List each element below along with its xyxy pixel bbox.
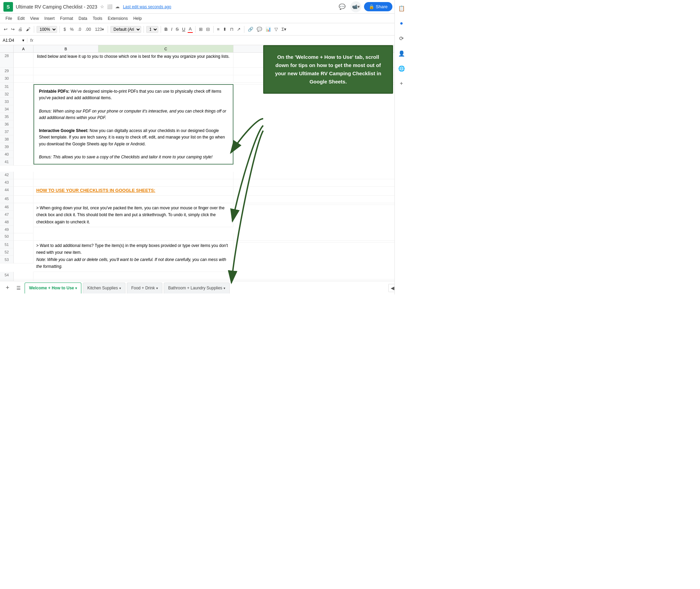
tab-food-arrow[interactable]: ▾: [156, 286, 158, 290]
menu-bar: File Edit View Insert Format Data Tools …: [0, 14, 408, 23]
text-color-button[interactable]: A: [188, 26, 193, 33]
drive-icon[interactable]: ⬜: [106, 3, 113, 10]
merge-button[interactable]: ⊟: [205, 26, 211, 32]
table-row: 51 52 53 > Want to add additional items?…: [0, 241, 408, 272]
tab-food[interactable]: Food + Drink ▾: [127, 283, 162, 293]
title-bar: S Ultimate RV Camping Checklist - 2023 ☆…: [0, 0, 408, 14]
row-number: 28: [0, 53, 14, 68]
table-row: 50: [0, 233, 408, 241]
underline-button[interactable]: U: [181, 26, 186, 32]
decimal-decrease[interactable]: .0: [76, 26, 82, 32]
info-box: Printable PDFs: We've designed simple-to…: [33, 84, 233, 165]
percent-button[interactable]: %: [69, 26, 75, 32]
document-title: Ultimate RV Camping Checklist - 2023: [16, 4, 97, 10]
menu-insert[interactable]: Insert: [42, 15, 57, 22]
fx-label: fx: [30, 38, 33, 43]
menu-extensions[interactable]: Extensions: [105, 15, 131, 22]
currency-button[interactable]: $: [62, 26, 67, 32]
cell-reference-bar: A1:D4 ▾ fx: [0, 36, 408, 45]
cloud-icon[interactable]: ☁: [115, 3, 120, 10]
tab-kitchen-arrow[interactable]: ▾: [119, 286, 121, 290]
link-button[interactable]: 🔗: [247, 26, 254, 32]
cell-ref-dropdown[interactable]: ▾: [22, 38, 24, 43]
title-icons: ☆ ⬜ ☁: [99, 3, 120, 10]
how-to-p1: > When going down your list, once you've…: [33, 203, 233, 227]
tab-welcome[interactable]: Welcome + How to Use ▾: [25, 283, 81, 293]
zoom-select[interactable]: 100%: [37, 26, 57, 33]
how-to-p2-note: > Want to add additional items? Type the…: [33, 241, 233, 272]
table-row: 31 32 33 34 35 36 37 38 39 40 41 Pr: [0, 83, 408, 172]
callout-container: On the 'Welcome + How to Use' tab, scrol…: [263, 45, 393, 94]
menu-view[interactable]: View: [27, 15, 42, 22]
font-select[interactable]: Default (Ari...): [110, 26, 141, 33]
toolbar: ↩ ↪ 🖨 🖌 100% $ % .0 .00 123▾ Default (Ar…: [0, 23, 408, 36]
table-row: 42: [0, 172, 408, 179]
font-size-select[interactable]: 10: [146, 26, 158, 33]
sidebar-maps-icon[interactable]: 🌐: [396, 63, 407, 74]
italic-button[interactable]: I: [170, 26, 173, 32]
menu-format[interactable]: Format: [57, 15, 76, 22]
meet-button[interactable]: 📹▾: [350, 1, 361, 12]
col-header-b: B: [33, 45, 98, 52]
strikethrough-button[interactable]: S: [175, 26, 180, 32]
tab-bathroom[interactable]: Bathroom + Laundry Supplies ▾: [164, 283, 230, 293]
right-sidebar: 📋 ● ⟳ 👤 🌐 +: [394, 45, 408, 281]
menu-data[interactable]: Data: [76, 15, 90, 22]
filter-button[interactable]: ▽: [273, 26, 279, 32]
paintformat-button[interactable]: 🖌: [25, 26, 31, 32]
col-header-a: A: [14, 45, 33, 52]
sheet-tabs-bar: + ☰ Welcome + How to Use ▾ Kitchen Suppl…: [0, 281, 408, 294]
rotate-text[interactable]: ↗: [236, 26, 242, 32]
sidebar-add-icon[interactable]: +: [396, 78, 407, 89]
row-28-content: listed below and leave it up to you to c…: [33, 53, 233, 68]
share-button[interactable]: 🔒 Share: [364, 2, 392, 11]
sheet-list-button[interactable]: ☰: [14, 283, 23, 293]
how-to-heading: HOW TO USE YOUR CHECKLISTS IN GOOGLE SHE…: [33, 187, 233, 196]
col-header-c: C: [98, 45, 233, 52]
menu-help[interactable]: Help: [131, 15, 145, 22]
add-sheet-button[interactable]: +: [3, 283, 12, 293]
chart-button[interactable]: 📊: [265, 26, 272, 32]
bold-button[interactable]: B: [163, 26, 169, 32]
align-vertical[interactable]: ⬍: [222, 26, 228, 32]
star-icon[interactable]: ☆: [99, 3, 105, 10]
lock-icon: 🔒: [369, 4, 374, 9]
app-window: S Ultimate RV Camping Checklist - 2023 ☆…: [0, 0, 408, 294]
formula-bar: fx: [27, 38, 408, 43]
wrap-text[interactable]: ⊓: [229, 26, 234, 32]
last-edit-link[interactable]: Last edit was seconds ago: [123, 4, 171, 9]
borders-button[interactable]: ⊞: [198, 26, 204, 32]
app-icon: S: [3, 2, 13, 12]
tab-welcome-arrow[interactable]: ▾: [75, 286, 77, 290]
redo-button[interactable]: ↪: [10, 26, 16, 32]
table-row: 55: [0, 279, 408, 281]
menu-edit[interactable]: Edit: [15, 15, 27, 22]
chat-button[interactable]: 💬: [337, 1, 348, 12]
cell-reference[interactable]: A1:D4 ▾: [0, 38, 27, 43]
menu-tools[interactable]: Tools: [90, 15, 105, 22]
function-button[interactable]: Σ▾: [280, 26, 287, 32]
align-left[interactable]: ≡: [216, 26, 221, 32]
table-row: 43: [0, 179, 408, 187]
sidebar-user-icon[interactable]: 👤: [396, 48, 407, 59]
printable-title: Printable PDFs:: [39, 89, 69, 94]
callout-box: On the 'Welcome + How to Use' tab, scrol…: [263, 45, 393, 94]
decimal-increase[interactable]: .00: [84, 26, 92, 32]
tab-kitchen[interactable]: Kitchen Supplies ▾: [83, 283, 125, 293]
interactive-title: Interactive Google Sheet:: [39, 128, 89, 133]
table-row: 46 47 48 49 > When going down your list,…: [0, 203, 408, 233]
table-row: 45: [0, 196, 408, 203]
interactive-bonus: Bonus: This allows you to save a copy of…: [39, 155, 213, 159]
comment-button[interactable]: 💬: [256, 26, 263, 32]
format-select[interactable]: 123▾: [94, 26, 105, 32]
menu-file[interactable]: File: [3, 15, 15, 22]
table-row: 44 HOW TO USE YOUR CHECKLISTS IN GOOGLE …: [0, 187, 408, 196]
print-button[interactable]: 🖨: [17, 26, 24, 32]
content-area: A B C D 28 listed below and leave it up …: [0, 45, 408, 281]
main-spreadsheet: A B C D 28 listed below and leave it up …: [0, 45, 408, 281]
printable-bonus: Bonus: When using our PDF on your phone …: [39, 109, 226, 120]
table-row: 54: [0, 272, 408, 279]
tab-bathroom-arrow[interactable]: ▾: [224, 286, 225, 290]
undo-button[interactable]: ↩: [3, 26, 9, 32]
